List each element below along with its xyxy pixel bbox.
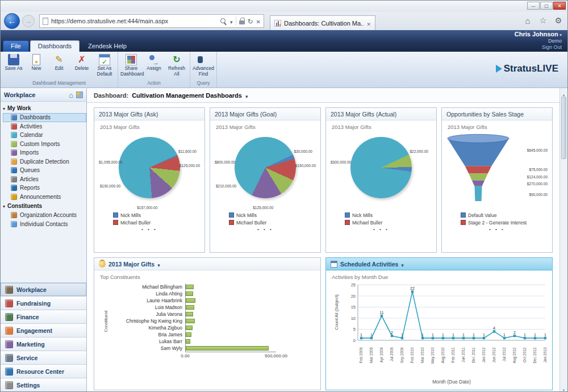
save-as-button[interactable]: Save As <box>2 53 25 73</box>
sign-out-link[interactable]: Sign Out <box>515 44 562 51</box>
window-minimize-button[interactable] <box>527 2 540 10</box>
x-axis: 0.00 500,000.00 <box>185 352 276 359</box>
funnel-chart[interactable] <box>446 132 510 205</box>
forward-button[interactable] <box>22 15 35 27</box>
ribbon-tab-zendesk-help[interactable]: Zendesk Help <box>81 41 134 52</box>
legend-more-dots[interactable]: • • • <box>141 227 157 232</box>
delete-button[interactable]: Delete <box>70 53 93 73</box>
scroll-down-arrow[interactable] <box>560 383 567 391</box>
advanced-find-button[interactable]: Advanced Find <box>192 53 215 78</box>
pie-chart[interactable] <box>350 137 412 198</box>
bar-track <box>185 283 276 290</box>
legend-more-dots[interactable]: • • • <box>373 227 389 232</box>
bar[interactable] <box>186 312 193 316</box>
gear-icon <box>5 381 13 389</box>
assign-button[interactable]: Assign <box>143 53 165 73</box>
card-header-dropdown[interactable]: 2013 Major Gifts <box>94 258 320 270</box>
home-icon[interactable] <box>69 90 73 100</box>
share-dashboard-button[interactable]: Share Dashboard <box>120 53 143 78</box>
sidebar-item-duplicate-detection[interactable]: Duplicate Detection <box>3 157 86 166</box>
bar[interactable] <box>186 346 269 351</box>
pie-chart[interactable] <box>119 137 180 198</box>
dashboards-icon <box>11 114 17 120</box>
legend-more-dots[interactable]: • • • <box>489 227 505 232</box>
bar-chart-area[interactable]: Constituent Michael BillinghamLinda Ahti… <box>106 283 317 359</box>
nav-item-service[interactable]: Service <box>1 351 86 364</box>
nav-item-workplace[interactable]: Workplace <box>1 282 86 296</box>
tab-close-icon[interactable] <box>366 18 371 28</box>
bar-row: Michael Billingham <box>106 283 317 290</box>
vertical-scrollbar[interactable] <box>559 88 567 391</box>
nav-item-engagement[interactable]: Engagement <box>1 323 86 337</box>
sidebar-item-queues[interactable]: Queues <box>3 166 86 175</box>
scrollbar-thumb[interactable] <box>561 97 566 159</box>
nav-item-resource-center[interactable]: Resource Center <box>1 364 86 378</box>
sidebar-item-dashboards[interactable]: Dashboards <box>3 113 86 122</box>
sidebar-item-organization-accounts[interactable]: Organization Accounts <box>3 211 86 220</box>
dashboard-selector[interactable]: Dashboard: Cultivation Management Dashbo… <box>87 88 559 103</box>
nav-item-finance[interactable]: Finance <box>1 310 86 323</box>
bar[interactable] <box>186 326 193 330</box>
search-icon[interactable] <box>220 18 227 25</box>
back-button[interactable] <box>4 13 20 29</box>
nav-item-settings[interactable]: Settings <box>1 378 86 391</box>
browser-toolbar: https://demo.stratuslive.net:444/main.as… <box>1 12 567 30</box>
home-icon[interactable] <box>523 16 532 26</box>
set-as-default-button[interactable]: Set As Default <box>93 53 116 78</box>
card-header-dropdown[interactable]: Scheduled Activities <box>326 258 552 270</box>
funnel-chart-area[interactable]: $645,000.00$75,000.00$124,000.00$270,000… <box>445 130 549 210</box>
browser-tab[interactable]: Dashboards: Cultivation Ma... <box>270 15 375 31</box>
line-chart[interactable]: 0510152025111121221111111412111 <box>343 281 548 345</box>
card-title: 2013 Major Gifts (Goal) <box>215 111 277 118</box>
favorites-star-icon[interactable] <box>538 16 548 26</box>
sidebar-item-imports[interactable]: Imports <box>3 148 86 157</box>
refresh-all-button[interactable]: Refresh All <box>165 53 188 78</box>
sidebar-item-individual-contacts[interactable]: Individual Contacts <box>3 220 86 229</box>
pie-chart[interactable] <box>235 137 296 198</box>
sidebar-item-custom-imports[interactable]: Custom Imports <box>3 140 86 149</box>
edit-button[interactable]: Edit <box>48 53 70 73</box>
window-maximize-button[interactable] <box>540 2 553 10</box>
legend-more-dots[interactable]: • • • <box>257 227 273 232</box>
tree-section-my-work[interactable]: My Work <box>3 103 86 113</box>
line-chart-area[interactable]: Count:All (Subject) 05101520251111212211… <box>343 281 549 379</box>
card-title: 2013 Major Gifts (Ask) <box>99 111 158 118</box>
nav-item-marketing[interactable]: Marketing <box>1 337 86 351</box>
duplicate-detection-icon <box>11 159 17 165</box>
bar[interactable] <box>186 339 190 344</box>
bar[interactable] <box>186 332 191 337</box>
sidebar-item-announcements[interactable]: Announcements <box>3 193 86 202</box>
chart-card-major-gifts-ask: 2013 Major Gifts (Ask) 2013 Major Gifts … <box>94 107 205 253</box>
scrollbar-track[interactable] <box>560 160 567 383</box>
x-axis-tick-label: Mar 2010 <box>420 348 425 373</box>
bar[interactable] <box>186 291 193 296</box>
x-axis-title: Month (Due Date) <box>358 379 545 385</box>
sidebar-item-reports[interactable]: Reports <box>3 184 86 193</box>
nav-item-fundraising[interactable]: Fundraising <box>1 296 86 310</box>
bar[interactable] <box>186 319 195 323</box>
sidebar-item-activities[interactable]: Activities <box>3 122 86 131</box>
sidebar-item-articles[interactable]: Articles <box>3 175 86 184</box>
ribbon-group-dashboard-management: Save AsNewEditDeleteSet As DefaultDashbo… <box>1 52 118 87</box>
svg-text:1: 1 <box>360 333 362 337</box>
tools-gear-icon[interactable] <box>554 16 563 26</box>
window-close-button[interactable] <box>553 2 566 10</box>
sidebar-item-calendar[interactable]: Calendar <box>3 131 86 140</box>
tree-section-constituents[interactable]: Constituents <box>3 201 86 211</box>
ribbon-tab-dashboards[interactable]: Dashboards <box>30 40 80 52</box>
window-titlebar[interactable] <box>1 1 567 12</box>
stop-icon[interactable] <box>256 16 261 26</box>
pie-chart-area: $300,000.00$22,000.00 <box>329 130 433 210</box>
new-button[interactable]: New <box>25 53 48 73</box>
svg-text:1: 1 <box>544 333 546 337</box>
user-menu[interactable]: Chris Johnson <box>515 31 562 38</box>
scroll-up-arrow[interactable] <box>560 88 567 96</box>
ribbon-tab-file[interactable]: File <box>3 40 29 52</box>
chevron-down-icon[interactable] <box>230 16 233 26</box>
bar[interactable] <box>186 298 195 303</box>
dashboard-layout-icon[interactable] <box>76 91 83 98</box>
bar[interactable] <box>186 285 194 289</box>
refresh-icon[interactable] <box>248 16 253 26</box>
bar[interactable] <box>186 305 194 310</box>
address-bar[interactable]: https://demo.stratuslive.net:444/main.as… <box>39 14 264 28</box>
